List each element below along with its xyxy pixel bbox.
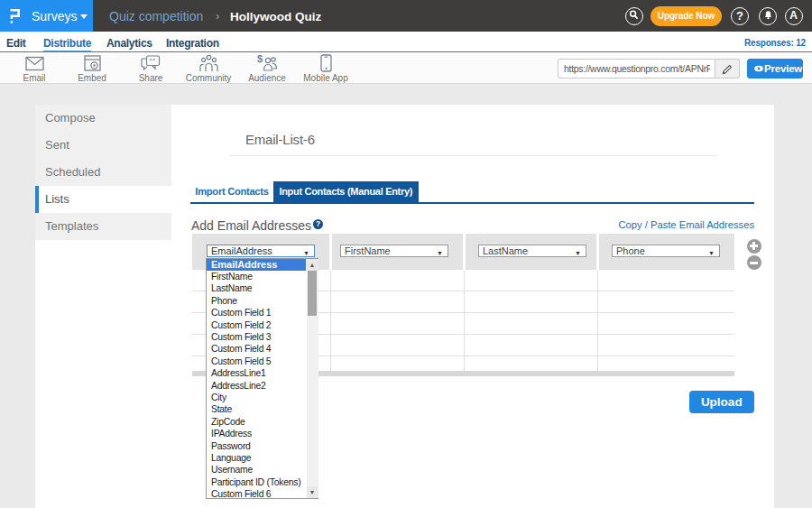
- svg-text:$: $: [257, 54, 263, 64]
